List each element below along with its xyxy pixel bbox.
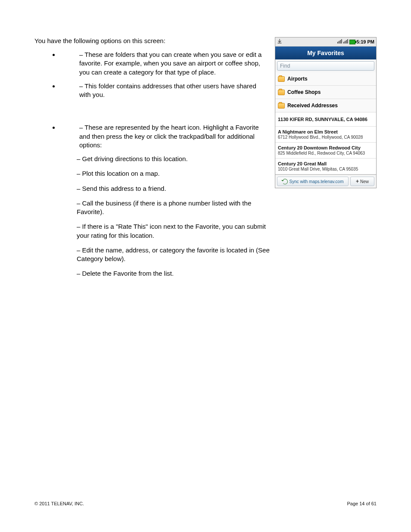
new-button[interactable]: + New (350, 177, 374, 186)
svg-rect-7 (347, 39, 348, 44)
folder-icon (278, 103, 285, 109)
option-favorites: – These are represented by the heart ico… (59, 123, 266, 149)
svg-rect-2 (340, 40, 341, 44)
sub-drive: – Get driving directions to this locatio… (77, 155, 275, 163)
folder-received-addresses[interactable]: Received Addresses (275, 99, 376, 112)
clock-text: 5:19 PM (356, 39, 374, 44)
svg-rect-3 (341, 39, 342, 44)
signal-icon (343, 39, 349, 44)
svg-rect-6 (346, 40, 347, 44)
sub-map: – Plot this location on a map. (77, 169, 275, 178)
sub-rate: – If there is a "Rate This" icon next to… (77, 222, 275, 240)
page-number: Page 14 of 61 (347, 501, 377, 506)
copyright-text: © 2011 TELENAV, INC. (34, 501, 84, 506)
svg-rect-4 (343, 42, 344, 44)
favorite-title: A Nightmare on Elm Street (278, 129, 374, 134)
favorite-subtitle: 825 Middlefield Rd., Redwood City, CA 94… (278, 151, 374, 156)
favorite-row[interactable]: Century 20 Great Mall 1010 Great Mall Dr… (275, 159, 376, 174)
favorite-subtitle: 1010 Great Mall Drive, Milpitas, CA 9503… (278, 167, 374, 171)
favorite-title: 1130 KIFER RD, SUNNYVALE, CA 94086 (278, 115, 374, 124)
sub-call: – Call the business (if there is a phone… (77, 199, 275, 217)
sub-delete: – Delete the Favorite from the list. (77, 269, 275, 278)
network-icon (337, 39, 342, 44)
favorite-title: Century 20 Great Mall (278, 161, 374, 166)
sync-button[interactable]: Sync with maps.telenav.com (277, 177, 349, 186)
folder-label: Airports (287, 76, 308, 82)
folder-airports[interactable]: Airports (275, 72, 376, 86)
favorite-row[interactable]: A Nightmare on Elm Street 6712 Hollywood… (275, 127, 376, 143)
svg-rect-0 (337, 42, 338, 44)
device-screenshot: 5:19 PM My Favorites Find Airports Coffe… (275, 37, 377, 188)
favorite-row[interactable]: Century 20 Downtown Redwood City 825 Mid… (275, 143, 376, 159)
sub-share: – Send this address to a friend. (77, 184, 275, 193)
plus-icon: + (356, 178, 359, 184)
refresh-icon (282, 179, 288, 184)
options-list: – These are folders that you can create … (59, 50, 266, 149)
folder-label: Coffee Shops (287, 89, 321, 95)
svg-rect-5 (345, 41, 346, 44)
sub-edit: – Edit the name, address, or category th… (77, 246, 275, 264)
document-page: You have the following options on this s… (0, 0, 411, 532)
sync-label: Sync with maps.telenav.com (290, 179, 344, 184)
screen-title: My Favorites (275, 47, 376, 59)
favorite-row[interactable]: 1130 KIFER RD, SUNNYVALE, CA 94086 (275, 112, 376, 127)
folder-label: Received Addresses (287, 103, 338, 109)
favorite-subtitle: 6712 Hollywood Blvd., Hollywood, CA 9002… (278, 135, 374, 140)
battery-icon (349, 40, 355, 44)
option-received: – This folder contains addresses that ot… (59, 82, 266, 100)
favorite-title: Century 20 Downtown Redwood City (278, 145, 374, 150)
folder-icon (278, 76, 285, 82)
folder-coffee-shops[interactable]: Coffee Shops (275, 86, 376, 99)
svg-rect-1 (339, 41, 339, 44)
device-footer: Sync with maps.telenav.com + New (275, 174, 376, 188)
find-input[interactable]: Find (277, 61, 374, 71)
new-label: New (360, 179, 369, 184)
status-bar: 5:19 PM (275, 37, 376, 47)
folder-icon (278, 90, 285, 95)
page-footer: © 2011 TELENAV, INC. Page 14 of 61 (34, 501, 377, 506)
download-icon (277, 39, 282, 45)
option-categories: – These are folders that you can create … (59, 50, 266, 77)
